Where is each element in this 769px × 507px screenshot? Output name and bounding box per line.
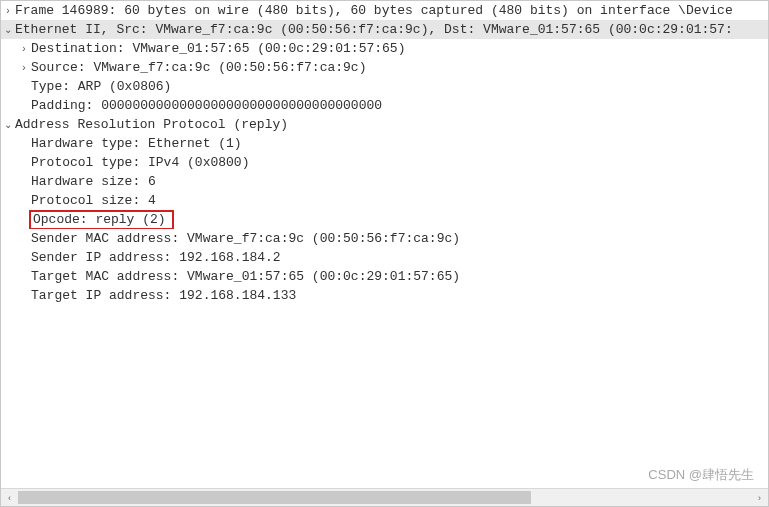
arp-target-ip-text: Target IP address: 192.168.184.133 (31, 286, 296, 305)
arp-target-mac-text: Target MAC address: VMware_01:57:65 (00:… (31, 267, 460, 286)
arp-hardware-size-text: Hardware size: 6 (31, 172, 156, 191)
arp-hardware-size-row[interactable]: Hardware size: 6 (1, 172, 768, 191)
chevron-right-icon[interactable]: › (1, 1, 15, 20)
scrollbar-track[interactable] (18, 489, 751, 506)
scrollbar-thumb[interactable] (18, 491, 531, 504)
ethernet-padding-row[interactable]: Padding: 0000000000000000000000000000000… (1, 96, 768, 115)
chevron-right-icon[interactable]: › (17, 58, 31, 77)
arp-hardware-type-row[interactable]: Hardware type: Ethernet (1) (1, 134, 768, 153)
arp-sender-ip-text: Sender IP address: 192.168.184.2 (31, 248, 281, 267)
scroll-right-button[interactable]: › (751, 489, 768, 506)
arp-summary-row[interactable]: ⌄ Address Resolution Protocol (reply) (1, 115, 768, 134)
arp-opcode-text: Opcode: reply (2) (33, 212, 166, 227)
ethernet-summary-text: Ethernet II, Src: VMware_f7:ca:9c (00:50… (15, 20, 733, 39)
arp-protocol-size-row[interactable]: Protocol size: 4 (1, 191, 768, 210)
scroll-left-button[interactable]: ‹ (1, 489, 18, 506)
ethernet-type-row[interactable]: Type: ARP (0x0806) (1, 77, 768, 96)
horizontal-scrollbar[interactable]: ‹ › (1, 488, 768, 506)
chevron-down-icon[interactable]: ⌄ (1, 115, 15, 134)
chevron-down-icon[interactable]: ⌄ (1, 20, 15, 39)
packet-tree[interactable]: › Frame 146989: 60 bytes on wire (480 bi… (1, 1, 768, 489)
frame-summary-text: Frame 146989: 60 bytes on wire (480 bits… (15, 1, 733, 20)
arp-protocol-size-text: Protocol size: 4 (31, 191, 156, 210)
ethernet-destination-text: Destination: VMware_01:57:65 (00:0c:29:0… (31, 39, 405, 58)
chevron-right-icon[interactable]: › (17, 39, 31, 58)
packet-details-pane: › Frame 146989: 60 bytes on wire (480 bi… (0, 0, 769, 507)
arp-protocol-type-text: Protocol type: IPv4 (0x0800) (31, 153, 249, 172)
arp-sender-mac-row[interactable]: Sender MAC address: VMware_f7:ca:9c (00:… (1, 229, 768, 248)
highlight-annotation: Opcode: reply (2) (29, 210, 174, 229)
ethernet-source-text: Source: VMware_f7:ca:9c (00:50:56:f7:ca:… (31, 58, 366, 77)
chevron-right-icon: › (758, 493, 761, 503)
arp-sender-mac-text: Sender MAC address: VMware_f7:ca:9c (00:… (31, 229, 460, 248)
arp-target-ip-row[interactable]: Target IP address: 192.168.184.133 (1, 286, 768, 305)
arp-summary-text: Address Resolution Protocol (reply) (15, 115, 288, 134)
arp-opcode-row[interactable]: Opcode: reply (2) (1, 210, 768, 229)
ethernet-padding-text: Padding: 0000000000000000000000000000000… (31, 96, 382, 115)
ethernet-source-row[interactable]: › Source: VMware_f7:ca:9c (00:50:56:f7:c… (1, 58, 768, 77)
ethernet-destination-row[interactable]: › Destination: VMware_01:57:65 (00:0c:29… (1, 39, 768, 58)
ethernet-summary-row[interactable]: ⌄ Ethernet II, Src: VMware_f7:ca:9c (00:… (1, 20, 768, 39)
arp-target-mac-row[interactable]: Target MAC address: VMware_01:57:65 (00:… (1, 267, 768, 286)
arp-sender-ip-row[interactable]: Sender IP address: 192.168.184.2 (1, 248, 768, 267)
chevron-left-icon: ‹ (8, 493, 11, 503)
arp-hardware-type-text: Hardware type: Ethernet (1) (31, 134, 242, 153)
ethernet-type-text: Type: ARP (0x0806) (31, 77, 171, 96)
arp-protocol-type-row[interactable]: Protocol type: IPv4 (0x0800) (1, 153, 768, 172)
frame-summary-row[interactable]: › Frame 146989: 60 bytes on wire (480 bi… (1, 1, 768, 20)
